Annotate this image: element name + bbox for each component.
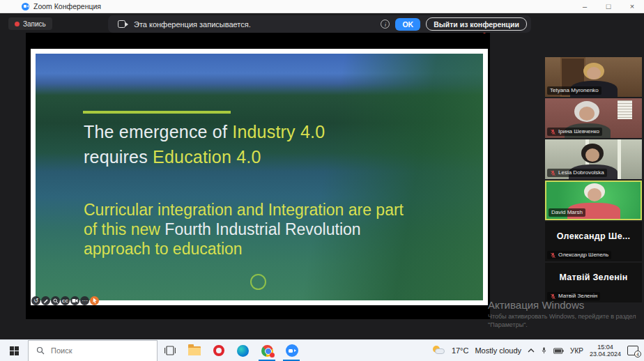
muted-mic-icon [550,252,556,259]
task-view-icon [164,346,176,355]
slide-divider-line [83,111,231,114]
participant-tile[interactable]: Матвій Зеленін Матвій Зеленін [545,263,642,302]
taskbar-clock[interactable]: 15:04 23.04.2024 [590,344,621,358]
weather-temperature[interactable]: 17°C [452,346,469,355]
start-button[interactable] [0,340,28,361]
minimize-button[interactable]: – [573,0,597,13]
action-center-icon[interactable]: 4 [627,346,638,355]
camera-icon[interactable] [70,296,79,305]
chrome-button[interactable] [255,340,279,361]
more-options-icon[interactable]: ⋯ [80,296,89,305]
recording-label: Запись [23,20,46,28]
slide-heading: The emergence of Industry 4.0 requires E… [84,119,325,169]
system-tray: 17°C Mostly cloudy УКР 15:04 23.04.2024 … [433,340,644,361]
zoom-app-icon [22,3,29,10]
participant-name-tag: Tetyana Myronenko [547,86,601,95]
file-explorer-icon [188,346,201,355]
close-button[interactable]: × [620,0,644,13]
recording-camera-icon [118,20,128,28]
magnifier-icon[interactable] [51,296,60,305]
microphone-tray-icon[interactable] [541,346,547,355]
tray-expand-chevron-icon[interactable] [528,348,535,353]
muted-mic-icon [550,170,556,176]
recording-message: Эта конференция записывается. [134,20,251,29]
slide-circle-shape [250,274,266,290]
edge-button[interactable] [231,340,255,361]
windows-activation-watermark: Активация Windows Чтобы активировать Win… [488,299,636,329]
weather-icon[interactable] [433,346,445,355]
participant-tile-active-speaker[interactable]: David Marsh [545,180,642,220]
participant-name-tag: Ірина Шевченко [547,128,602,136]
shared-screen: The emergence of Industry 4.0 requires E… [26,33,490,319]
participant-display-name: Матвій Зеленін [545,272,642,282]
file-explorer-button[interactable] [182,340,206,361]
participant-display-name: Олександр Ше... [545,231,642,241]
presenter-toolbar: ↺ CC ⋯ [31,296,99,305]
recording-badge: Запись [8,17,52,30]
ok-button[interactable]: OK [395,18,420,31]
taskbar-search[interactable] [28,340,158,361]
window-controls: – □ × [573,0,644,13]
slide-body-text: Curricular integration and Integration a… [84,200,404,259]
participant-tile[interactable]: Олександр Ше... Олександр Шепель [545,222,642,261]
slide-background-image: The emergence of Industry 4.0 requires E… [36,54,483,300]
opera-icon [213,345,224,356]
clock-date: 23.04.2024 [590,351,621,358]
maximize-button[interactable]: □ [597,0,620,13]
edge-icon [237,345,249,357]
captions-icon[interactable]: CC [61,296,70,305]
task-view-button[interactable] [158,340,182,361]
record-dot-icon [15,22,20,26]
zoom-meeting-window: Zoom Конференция – □ × Запись Эта конфер… [0,0,644,361]
window-title: Zoom Конференция [33,2,101,10]
recording-banner: Эта конференция записывается. i OK Выйти… [108,15,531,33]
weather-description[interactable]: Mostly cloudy [475,346,521,355]
participant-tile[interactable]: Tetyana Myronenko [545,57,642,97]
search-icon [36,346,45,355]
muted-mic-icon [550,129,556,135]
zoom-taskbar-icon [286,344,298,357]
search-input[interactable] [51,346,141,355]
battery-tray-icon[interactable] [553,348,564,354]
participant-name-tag: Олександр Шепель [547,251,611,259]
chrome-icon [261,345,273,357]
clock-time: 15:04 [590,344,621,351]
presentation-slide: The emergence of Industry 4.0 requires E… [31,49,488,305]
zoom-taskbar-button[interactable] [279,340,304,361]
participant-name-tag: Lesia Dobrovolska [547,169,607,177]
opera-button[interactable] [206,340,231,361]
windows-logo-icon [10,346,19,355]
participant-name-tag: David Marsh [549,208,585,217]
windows-taskbar: 17°C Mostly cloudy УКР 15:04 23.04.2024 … [0,339,644,361]
info-icon[interactable]: i [381,20,390,29]
language-indicator[interactable]: УКР [570,347,583,355]
notification-count-badge: 4 [634,351,641,358]
window-titlebar: Zoom Конференция – □ × [0,0,644,13]
participant-tile[interactable]: Lesia Dobrovolska [545,139,642,179]
participant-tile[interactable]: Ірина Шевченко [545,98,642,138]
leave-meeting-button[interactable]: Выйти из конференции [426,17,527,31]
back-icon[interactable]: ↺ [31,296,40,305]
cursor-icon[interactable] [90,296,99,305]
pen-icon[interactable] [41,296,50,305]
